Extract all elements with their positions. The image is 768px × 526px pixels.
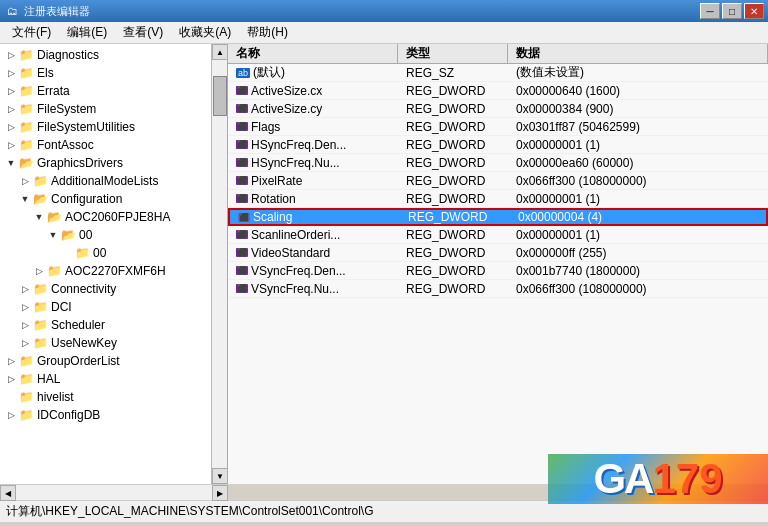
table-row-scaling[interactable]: ⬛ Scaling REG_DWORD 0x00000004 (4) — [228, 208, 768, 226]
menu-favorites[interactable]: 收藏夹(A) — [171, 22, 239, 43]
tree-item-els[interactable]: ▷ 📁 Els — [0, 64, 211, 82]
tree-label: AdditionalModeLists — [51, 174, 158, 188]
cell-data: 0x00000001 (1) — [508, 191, 768, 207]
tree-label: Scheduler — [51, 318, 105, 332]
table-row[interactable]: ⬛ Flags REG_DWORD 0x0301ff87 (50462599) — [228, 118, 768, 136]
folder-icon: 📁 — [18, 65, 34, 81]
tree-item-hivelist[interactable]: ▷ 📁 hivelist — [0, 388, 211, 406]
tree-item-fontassoc[interactable]: ▷ 📁 FontAssoc — [0, 136, 211, 154]
tree-item-aoc2060[interactable]: ▼ 📂 AOC2060FPJE8HA — [0, 208, 211, 226]
table-row[interactable]: ⬛ ActiveSize.cx REG_DWORD 0x00000640 (16… — [228, 82, 768, 100]
scroll-thumb[interactable] — [213, 76, 227, 116]
cell-name: ⬛ PixelRate — [228, 173, 398, 189]
cell-data: 0x00000640 (1600) — [508, 83, 768, 99]
tree-item-scheduler[interactable]: ▷ 📁 Scheduler — [0, 316, 211, 334]
watermark: GA 179 — [548, 454, 768, 504]
tree-item-connectivity[interactable]: ▷ 📁 Connectivity — [0, 280, 211, 298]
cell-data: 0x00000004 (4) — [510, 209, 766, 225]
scroll-down[interactable]: ▼ — [212, 468, 228, 484]
table-row[interactable]: ⬛ ScanlineOrderi... REG_DWORD 0x00000001… — [228, 226, 768, 244]
expand-icon: ▷ — [4, 390, 18, 404]
cell-type: REG_DWORD — [398, 263, 508, 279]
table-row[interactable]: ⬛ HSyncFreq.Den... REG_DWORD 0x00000001 … — [228, 136, 768, 154]
tree-label: AOC2060FPJE8HA — [65, 210, 170, 224]
cell-name: ⬛ VSyncFreq.Nu... — [228, 281, 398, 297]
tree-label: Connectivity — [51, 282, 116, 296]
tree-item-filesystem[interactable]: ▷ 📁 FileSystem — [0, 100, 211, 118]
maximize-button[interactable]: □ — [722, 3, 742, 19]
tree-item-graphicsdrivers[interactable]: ▼ 📂 GraphicsDrivers — [0, 154, 211, 172]
menu-edit[interactable]: 编辑(E) — [59, 22, 115, 43]
expand-icon: ▷ — [4, 102, 18, 116]
menu-file[interactable]: 文件(F) — [4, 22, 59, 43]
table-row[interactable]: ⬛ VideoStandard REG_DWORD 0x000000ff (25… — [228, 244, 768, 262]
cell-data: 0x0301ff87 (50462599) — [508, 119, 768, 135]
expand-icon: ▷ — [18, 318, 32, 332]
col-header-data: 数据 — [508, 44, 768, 63]
table-row[interactable]: ⬛ ActiveSize.cy REG_DWORD 0x00000384 (90… — [228, 100, 768, 118]
folder-open-icon: 📂 — [32, 191, 48, 207]
table-row[interactable]: ⬛ HSyncFreq.Nu... REG_DWORD 0x00000ea60 … — [228, 154, 768, 172]
folder-icon: 📁 — [18, 389, 34, 405]
tree-panel: ▷ 📁 Diagnostics ▷ 📁 Els ▷ 📁 Errata ▷ 📁 F… — [0, 44, 228, 484]
tree-item-diagnostics[interactable]: ▷ 📁 Diagnostics — [0, 46, 211, 64]
tree-item-idconfigdb[interactable]: ▷ 📁 IDConfigDB — [0, 406, 211, 424]
tree-item-hal[interactable]: ▷ 📁 HAL — [0, 370, 211, 388]
expand-icon: ▼ — [46, 228, 60, 242]
folder-icon: 📁 — [32, 173, 48, 189]
table-row[interactable]: ⬛ Rotation REG_DWORD 0x00000001 (1) — [228, 190, 768, 208]
tree-item-usenewkey[interactable]: ▷ 📁 UseNewKey — [0, 334, 211, 352]
tree-label: HAL — [37, 372, 60, 386]
cell-name: ⬛ HSyncFreq.Nu... — [228, 155, 398, 171]
cell-data: 0x00000001 (1) — [508, 227, 768, 243]
cell-name: ⬛ Scaling — [230, 209, 400, 225]
table-header: 名称 类型 数据 — [228, 44, 768, 64]
table-row[interactable]: ab (默认) REG_SZ (数值未设置) — [228, 64, 768, 82]
tree-item-dci[interactable]: ▷ 📁 DCI — [0, 298, 211, 316]
table-row[interactable]: ⬛ VSyncFreq.Den... REG_DWORD 0x001b7740 … — [228, 262, 768, 280]
cell-type: REG_DWORD — [398, 137, 508, 153]
tree-item-configuration[interactable]: ▼ 📂 Configuration — [0, 190, 211, 208]
minimize-button[interactable]: ─ — [700, 3, 720, 19]
cell-data: 0x000000ff (255) — [508, 245, 768, 261]
cell-type: REG_DWORD — [398, 191, 508, 207]
tree-vscrollbar[interactable]: ▲ ▼ — [211, 44, 227, 484]
tree-item-errata[interactable]: ▷ 📁 Errata — [0, 82, 211, 100]
scroll-up[interactable]: ▲ — [212, 44, 228, 60]
tree-item-grouporderlist[interactable]: ▷ 📁 GroupOrderList — [0, 352, 211, 370]
registry-panel: 名称 类型 数据 ab (默认) REG_SZ (数值未设置) ⬛ Active… — [228, 44, 768, 484]
tree-label: DCI — [51, 300, 72, 314]
watermark-text2: 179 — [652, 455, 722, 503]
scroll-left[interactable]: ◀ — [0, 485, 16, 501]
folder-icon: 📁 — [46, 263, 62, 279]
scroll-right[interactable]: ▶ — [212, 485, 228, 501]
cell-name: ⬛ ScanlineOrderi... — [228, 227, 398, 243]
tree-item-00[interactable]: ▼ 📂 00 — [0, 226, 211, 244]
tree-hscrollbar[interactable]: ◀ ▶ — [0, 484, 228, 500]
cell-name: ⬛ Rotation — [228, 191, 398, 207]
table-row[interactable]: ⬛ PixelRate REG_DWORD 0x066ff300 (108000… — [228, 172, 768, 190]
expand-icon: ▼ — [4, 156, 18, 170]
cell-name: ⬛ ActiveSize.cx — [228, 83, 398, 99]
cell-data: (数值未设置) — [508, 64, 768, 82]
menu-help[interactable]: 帮助(H) — [239, 22, 296, 43]
expand-icon: ▷ — [4, 66, 18, 80]
close-button[interactable]: ✕ — [744, 3, 764, 19]
reg-icon-dw: ⬛ — [236, 248, 248, 257]
tree-item-additionalmodelists[interactable]: ▷ 📁 AdditionalModeLists — [0, 172, 211, 190]
expand-icon: ▷ — [18, 336, 32, 350]
tree-item-00sub[interactable]: ▷ 📁 00 — [0, 244, 211, 262]
tree-label: GroupOrderList — [37, 354, 120, 368]
cell-data: 0x066ff300 (108000000) — [508, 173, 768, 189]
table-row[interactable]: ⬛ VSyncFreq.Nu... REG_DWORD 0x066ff300 (… — [228, 280, 768, 298]
folder-icon: 📁 — [18, 371, 34, 387]
tree-label: IDConfigDB — [37, 408, 100, 422]
tree-item-aoc2270[interactable]: ▷ 📁 AOC2270FXMF6H — [0, 262, 211, 280]
folder-icon: 📁 — [32, 335, 48, 351]
menu-view[interactable]: 查看(V) — [115, 22, 171, 43]
tree-label: 00 — [93, 246, 106, 260]
cell-name: ⬛ ActiveSize.cy — [228, 101, 398, 117]
tree-label: FileSystemUtilities — [37, 120, 135, 134]
tree-item-filesystemutils[interactable]: ▷ 📁 FileSystemUtilities — [0, 118, 211, 136]
cell-type: REG_DWORD — [398, 245, 508, 261]
